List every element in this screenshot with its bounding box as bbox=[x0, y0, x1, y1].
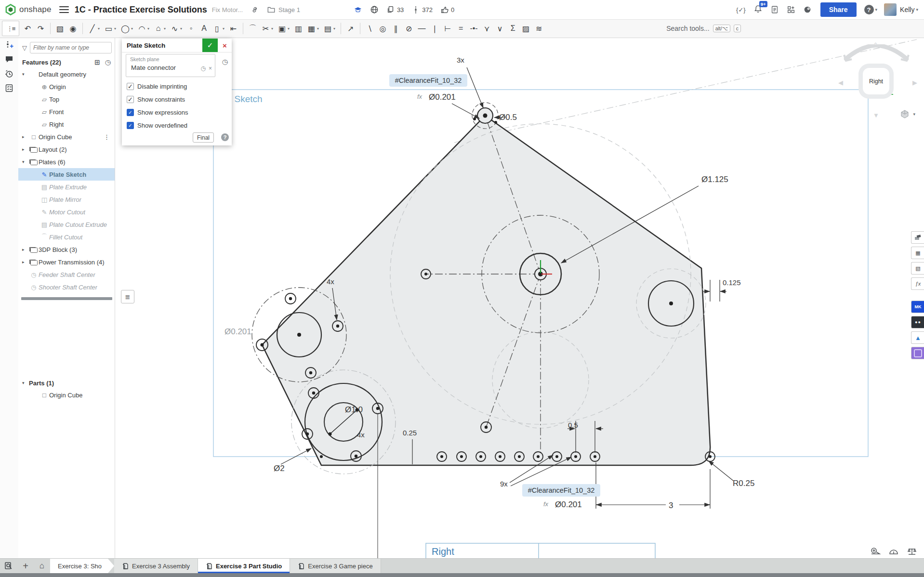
offset-tool[interactable]: ⇤ bbox=[227, 21, 239, 36]
toolbar-icon[interactable] bbox=[243, 23, 243, 34]
graphics-area[interactable]: #ClearanceFit_10_32 #ClearanceFit_10_32 … bbox=[115, 38, 924, 559]
expression-pill-top[interactable]: #ClearanceFit_10_32 bbox=[389, 74, 467, 87]
feature-tree-row[interactable]: ⌒ Fillet Cutout bbox=[18, 231, 115, 243]
checkbox-icon[interactable]: ✓ bbox=[127, 96, 134, 103]
tree-chevron-icon[interactable]: ▸ bbox=[22, 134, 29, 139]
checkbox-icon[interactable]: ✓ bbox=[127, 122, 134, 129]
feature-history-icon[interactable]: ◷ bbox=[105, 58, 111, 66]
trim-tool[interactable]: ✂ ▾ bbox=[260, 21, 275, 36]
feature-tree-row[interactable]: ▾ Plates (6) bbox=[18, 156, 115, 168]
feature-tree-row[interactable]: ▤ Plate Extrude bbox=[18, 181, 115, 193]
dialog-help-button[interactable]: ? bbox=[221, 133, 229, 141]
sketch-list-flyout-button[interactable]: ≣ bbox=[121, 290, 134, 303]
feature-tree-row[interactable]: ▸ Layout (2) bbox=[18, 143, 115, 156]
activity-icon[interactable] bbox=[411, 5, 420, 14]
chevron-down-icon[interactable]: ▾ bbox=[180, 26, 182, 31]
protractor-icon[interactable] bbox=[888, 547, 899, 556]
tree-chevron-icon[interactable]: ▸ bbox=[22, 147, 29, 152]
feature-tree-row[interactable]: ✎ Motor Cutout bbox=[18, 206, 115, 218]
feature-script-icon[interactable]: {✓} bbox=[736, 6, 746, 13]
chevron-down-icon[interactable]: ▾ bbox=[164, 26, 166, 31]
plate-profile[interactable] bbox=[262, 116, 710, 465]
point-tool[interactable]: ◦ bbox=[185, 21, 197, 36]
chevron-down-icon[interactable]: ▾ bbox=[147, 26, 149, 31]
comments-icon[interactable] bbox=[0, 52, 18, 66]
dialog-checkbox-row[interactable]: ✓ Show expressions bbox=[127, 107, 188, 118]
feature-tree-row[interactable]: ▱ Top bbox=[18, 93, 115, 105]
feature-tree-row[interactable]: ▸ 3DP Block (3) bbox=[18, 243, 115, 256]
ai-advisor-icon[interactable] bbox=[803, 5, 812, 14]
feature-list-toggle[interactable]: ⋮≡ bbox=[2, 21, 19, 36]
main-menu-icon[interactable] bbox=[59, 6, 69, 13]
final-button[interactable]: Final bbox=[193, 132, 214, 143]
coincident-constraint[interactable]: ∖ bbox=[364, 21, 376, 36]
robot-extension-icon[interactable]: ●● bbox=[911, 316, 924, 328]
tree-chevron-icon[interactable]: ▾ bbox=[22, 159, 29, 164]
feature-tree-row[interactable]: ✎ Plate Sketch bbox=[18, 168, 115, 181]
tab-search-button[interactable] bbox=[0, 559, 17, 573]
dialog-mate-connector-icon[interactable]: ◷ bbox=[222, 58, 228, 66]
concentric-constraint[interactable]: ◎ bbox=[377, 21, 389, 36]
feature-tree-row[interactable]: ▸ □ Origin Cube ⋮ bbox=[18, 131, 115, 143]
appearance-extension-icon[interactable] bbox=[911, 231, 924, 244]
equal-constraint[interactable]: = bbox=[455, 21, 467, 36]
midpoint-constraint[interactable]: -•- bbox=[468, 21, 480, 36]
chevron-down-icon[interactable]: ▾ bbox=[317, 26, 319, 31]
rotate-down-icon[interactable]: ▼ bbox=[873, 112, 879, 119]
onshape-logo[interactable]: onshape bbox=[0, 4, 56, 15]
slot-tool[interactable]: ▯ ▾ bbox=[211, 21, 226, 36]
decal-tool[interactable]: ◉ bbox=[67, 21, 79, 36]
notes-icon[interactable] bbox=[0, 81, 18, 95]
link-icon[interactable] bbox=[251, 5, 259, 14]
release-checklist-icon[interactable] bbox=[770, 5, 779, 14]
dialog-confirm-button[interactable]: ✓ bbox=[202, 39, 218, 52]
home-tab-button[interactable]: ⌂ bbox=[34, 559, 50, 573]
center-circle-tool[interactable]: ◯ ▾ bbox=[119, 21, 135, 36]
copies-icon[interactable] bbox=[386, 5, 395, 14]
rotate-left-icon[interactable]: ◀ bbox=[838, 79, 843, 86]
view-cube[interactable]: ⌃ ◀ ▶ ▼ Right ▾ bbox=[832, 40, 920, 130]
expression-pill-bottom[interactable]: #ClearanceFit_10_32 bbox=[522, 484, 600, 497]
user-caret-icon[interactable]: ▾ bbox=[916, 7, 918, 12]
document-tab[interactable]: Exercise 3 Part Studio bbox=[198, 559, 290, 573]
fix-constraint[interactable]: ▨ bbox=[520, 21, 532, 36]
add-folder-icon[interactable]: ⊞ bbox=[94, 58, 100, 66]
corner-rectangle-tool[interactable]: ▭ ▾ bbox=[103, 21, 118, 36]
avatar[interactable] bbox=[884, 3, 897, 16]
tree-chevron-icon[interactable]: ▸ bbox=[22, 247, 29, 252]
redo-button[interactable]: ↷ bbox=[35, 21, 47, 36]
tree-chevron-icon[interactable]: ▸ bbox=[22, 260, 29, 264]
pierce-constraint[interactable]: ⊢ bbox=[442, 21, 454, 36]
chevron-down-icon[interactable]: ▾ bbox=[114, 26, 116, 31]
user-name[interactable]: Kelly bbox=[900, 6, 914, 13]
feature-tree-row[interactable]: ▤ Plate Cutout Extrude bbox=[18, 218, 115, 231]
tape-measure-icon[interactable] bbox=[870, 547, 881, 556]
rollback-bar[interactable] bbox=[21, 297, 112, 300]
tree-chevron-icon[interactable]: ▾ bbox=[22, 72, 29, 77]
feature-tree-row[interactable]: ▾ Default geometry bbox=[18, 68, 115, 80]
chevron-down-icon[interactable]: ▾ bbox=[131, 26, 133, 31]
chevron-down-icon[interactable]: ▾ bbox=[271, 26, 273, 31]
grid-cube-extension-icon[interactable]: ▦ bbox=[911, 247, 924, 259]
new-tab-button[interactable]: + bbox=[17, 559, 34, 573]
chevron-down-icon[interactable]: ▾ bbox=[223, 26, 224, 31]
insert-version-icon[interactable] bbox=[0, 38, 18, 52]
dialog-checkbox-row[interactable]: ✓ Disable imprinting bbox=[127, 81, 187, 92]
dialog-checkbox-row[interactable]: ✓ Show overdefined bbox=[127, 120, 187, 131]
app-store-icon[interactable] bbox=[787, 5, 795, 14]
document-tab[interactable]: Exercise 3: Sho bbox=[50, 559, 114, 573]
dialog-cancel-button[interactable]: × bbox=[218, 39, 232, 52]
public-globe-icon[interactable] bbox=[370, 5, 379, 14]
linear-pattern-tool[interactable]: ▥ bbox=[292, 21, 304, 36]
sketch-canvas[interactable]: #ClearanceFit_10_32 #ClearanceFit_10_32 … bbox=[115, 38, 924, 559]
grid-cube2-extension-icon[interactable]: ▧ bbox=[911, 262, 924, 275]
view-mode-selector[interactable]: ▾ bbox=[900, 109, 915, 119]
chevron-down-icon[interactable]: ▾ bbox=[288, 26, 290, 31]
fillet-tool[interactable]: ⌒ bbox=[247, 21, 259, 36]
purple-extension-icon[interactable] bbox=[911, 347, 924, 359]
help-button[interactable]: ? bbox=[864, 5, 874, 14]
feature-tree-row[interactable]: ▱ Front bbox=[18, 105, 115, 118]
symmetry-constraint[interactable]: ∨ bbox=[494, 21, 506, 36]
mk-extension-icon[interactable]: MK bbox=[911, 301, 924, 313]
text-tool[interactable]: A bbox=[198, 21, 210, 36]
